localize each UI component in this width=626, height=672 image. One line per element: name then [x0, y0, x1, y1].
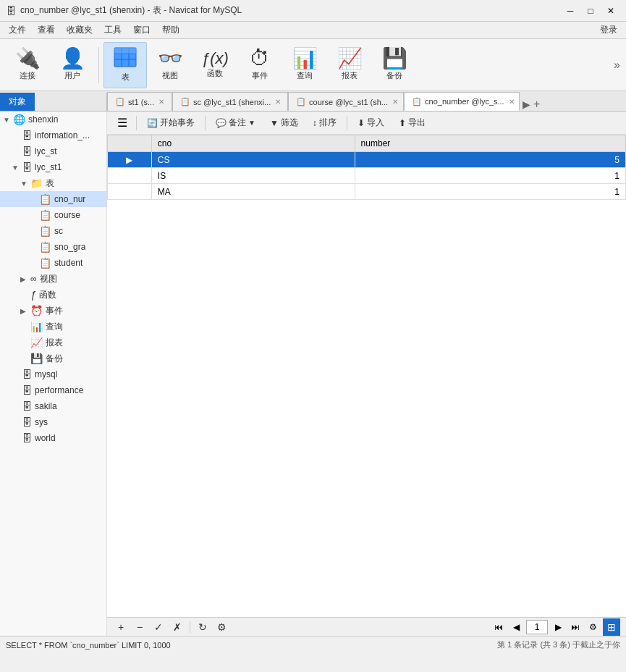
filter-button[interactable]: ▼ 筛选 — [264, 114, 304, 133]
sidebar-item-queries[interactable]: 📊 查询 — [0, 319, 106, 335]
row-2-number[interactable]: 1 — [355, 168, 625, 184]
views-icon: ∞ — [30, 274, 37, 284]
tab-3[interactable]: 📋 course @lyc_st1 (sh... ✕ — [288, 92, 404, 111]
sidebar-item-tables[interactable]: ▼ 📁 表 — [0, 175, 106, 191]
report-icon: 📈 — [337, 49, 363, 69]
sidebar-item-lyc-st[interactable]: 🗄 lyc_st — [0, 143, 106, 159]
sidebar-item-world[interactable]: 🗄 world — [0, 430, 106, 446]
cancel-button[interactable]: ✗ — [169, 619, 185, 635]
report-button[interactable]: 📈 报表 — [328, 42, 371, 88]
bottom-toolbar: + − ✓ ✗ ↻ ⚙ ⏮ ◀ ▶ ⏭ ⚙ ⊞ — [107, 617, 626, 636]
sidebar-item-sno-gra[interactable]: 📋 sno_gra — [0, 239, 106, 255]
row-1-number[interactable]: 5 — [355, 152, 625, 168]
export-button[interactable]: ⬆ 导出 — [393, 114, 431, 133]
login-button[interactable]: 登录 — [594, 22, 623, 38]
title-bar: 🗄 cno_number @lyc_st1 (shenxin) - 表 - Na… — [0, 0, 626, 22]
tab-4-close[interactable]: ✕ — [509, 98, 515, 106]
sidebar-item-shenxin[interactable]: ▼ 🌐 shenxin — [0, 112, 106, 127]
function-button[interactable]: ƒ(x) 函数 — [193, 42, 237, 88]
row-3-number[interactable]: 1 — [355, 184, 625, 200]
sidebar-item-lyc-st1[interactable]: ▼ 🗄 lyc_st1 — [0, 159, 106, 175]
sidebar-item-information[interactable]: 🗄 information_... — [0, 127, 106, 143]
tab-3-close[interactable]: ✕ — [392, 98, 398, 106]
nav-last-button[interactable]: ⏭ — [568, 620, 583, 634]
menu-view[interactable]: 查看 — [32, 22, 61, 38]
tab-1[interactable]: 📋 st1 (s... ✕ — [107, 92, 172, 111]
reports-label: 报表 — [46, 337, 63, 349]
tab-2-close[interactable]: ✕ — [275, 98, 281, 106]
confirm-button[interactable]: ✓ — [151, 619, 166, 635]
hamburger-menu[interactable]: ☰ — [113, 114, 132, 133]
comment-arrow[interactable]: ▼ — [248, 119, 255, 127]
sort-button[interactable]: ↕ 排序 — [307, 114, 342, 133]
minimize-button[interactable]: ─ — [561, 4, 580, 18]
row-2-cno[interactable]: IS — [151, 168, 355, 184]
sidebar-item-sc[interactable]: 📋 sc — [0, 223, 106, 239]
event-button[interactable]: ⏱ 事件 — [238, 42, 282, 88]
connect-button[interactable]: 🔌 连接 — [6, 42, 49, 88]
nav-settings-button[interactable]: ⚙ — [585, 620, 600, 634]
row-3-cno[interactable]: MA — [151, 184, 355, 200]
functions-label: 函数 — [39, 289, 56, 301]
query-button[interactable]: 📊 查询 — [283, 42, 326, 88]
tabs-row: 对象 📋 st1 (s... ✕ 📋 sc @lyc_st1 (shenxi..… — [0, 91, 626, 112]
nav-prev-button[interactable]: ◀ — [509, 620, 523, 634]
menu-help[interactable]: 帮助 — [156, 22, 185, 38]
sidebar-item-views[interactable]: ▶ ∞ 视图 — [0, 271, 106, 287]
sidebar-item-mysql[interactable]: 🗄 mysql — [0, 366, 106, 382]
user-button[interactable]: 👤 用户 — [51, 42, 94, 88]
comment-button[interactable]: 💬 备注 ▼ — [210, 114, 261, 133]
add-row-button[interactable]: + — [113, 619, 129, 635]
table-row[interactable]: ▶ CS 5 — [108, 152, 626, 168]
tab-2[interactable]: 📋 sc @lyc_st1 (shenxi... ✕ — [172, 92, 288, 111]
toolbar-expand[interactable]: » — [614, 59, 620, 72]
sidebar-item-reports[interactable]: 📈 报表 — [0, 335, 106, 350]
lyc-st1-label: lyc_st1 — [35, 162, 62, 172]
page-input[interactable] — [526, 620, 548, 634]
table-button[interactable]: 表 — [103, 42, 147, 88]
query-label: 查询 — [297, 70, 313, 81]
tab-4[interactable]: 📋 cno_number @lyc_s... ✕ — [404, 92, 520, 111]
tab-nav-right[interactable]: ▶ — [523, 98, 530, 110]
backup-button[interactable]: 💾 备份 — [373, 42, 416, 88]
tab-1-close[interactable]: ✕ — [158, 98, 164, 106]
table-row[interactable]: IS 1 — [108, 168, 626, 184]
sidebar-item-sakila[interactable]: 🗄 sakila — [0, 398, 106, 414]
view-button[interactable]: 👓 视图 — [148, 42, 192, 88]
menu-file[interactable]: 文件 — [3, 22, 32, 38]
object-tab[interactable]: 对象 — [0, 93, 35, 111]
nav-first-button[interactable]: ⏮ — [491, 620, 506, 634]
delete-row-button[interactable]: − — [132, 619, 148, 635]
sidebar-item-events[interactable]: ▶ ⏰ 事件 — [0, 303, 106, 319]
grid-view-button[interactable]: ⊞ — [603, 618, 620, 636]
table-row[interactable]: MA 1 — [108, 184, 626, 200]
settings-button[interactable]: ⚙ — [213, 619, 229, 635]
close-button[interactable]: ✕ — [601, 4, 620, 18]
refresh-button[interactable]: ↻ — [195, 619, 211, 635]
maximize-button[interactable]: □ — [581, 4, 600, 18]
sidebar-item-sys[interactable]: 🗄 sys — [0, 414, 106, 430]
table-label: 表 — [122, 72, 130, 83]
sakila-label: sakila — [35, 401, 57, 411]
col-header-cno[interactable]: cno — [151, 135, 355, 152]
content-area[interactable]: cno number ▶ CS 5 IS 1 — [107, 135, 626, 617]
menu-window[interactable]: 窗口 — [127, 22, 156, 38]
sidebar-item-backups[interactable]: 💾 备份 — [0, 350, 106, 366]
sidebar-item-performance[interactable]: 🗄 performance — [0, 382, 106, 398]
menu-tools[interactable]: 工具 — [98, 22, 127, 38]
col-header-number[interactable]: number — [355, 135, 625, 152]
sidebar-item-course[interactable]: 📋 course — [0, 207, 106, 223]
tab-add-btn[interactable]: + — [533, 98, 540, 111]
import-button[interactable]: ⬇ 导入 — [352, 114, 390, 133]
sidebar-item-student[interactable]: 📋 student — [0, 255, 106, 271]
transaction-button[interactable]: 🔄 开始事务 — [141, 114, 200, 133]
menu-favorites[interactable]: 收藏夹 — [61, 22, 98, 38]
sidebar-scroll[interactable]: ▼ 🌐 shenxin 🗄 information_... 🗄 lyc_st ▼… — [0, 112, 106, 636]
sidebar-item-functions[interactable]: ƒ 函数 — [0, 287, 106, 303]
sidebar-item-cno-number[interactable]: 📋 cno_nur — [0, 191, 106, 207]
nav-next-button[interactable]: ▶ — [551, 620, 565, 634]
backup-label: 备份 — [386, 70, 402, 81]
toolbar-separator-1 — [98, 47, 99, 83]
row-1-cno[interactable]: CS — [151, 152, 355, 168]
import-label: 导入 — [367, 117, 384, 129]
